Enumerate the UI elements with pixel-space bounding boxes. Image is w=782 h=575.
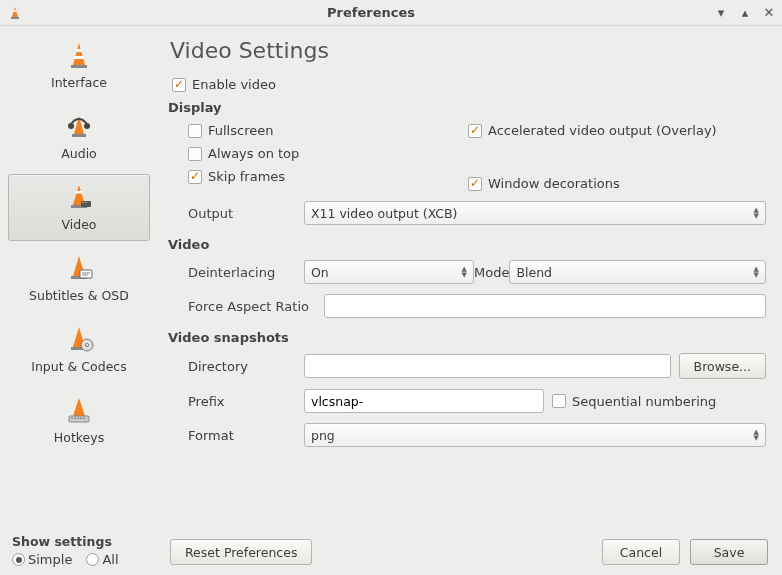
chevron-updown-icon: ▲▼ — [754, 266, 759, 278]
minimize-icon[interactable]: ▾ — [714, 5, 728, 20]
svg-rect-5 — [76, 49, 82, 52]
sidebar-item-video[interactable]: Video — [8, 174, 150, 241]
always-on-top-checkbox[interactable] — [188, 147, 202, 161]
sidebar-label: Video — [61, 217, 96, 232]
svg-marker-26 — [73, 398, 85, 416]
sidebar-item-hotkeys[interactable]: Hotkeys — [8, 387, 150, 454]
all-label: All — [102, 552, 118, 567]
mode-value: Blend — [516, 265, 552, 280]
force-ar-label: Force Aspect Ratio — [168, 299, 324, 314]
svg-point-9 — [68, 123, 74, 129]
sidebar-label: Interface — [51, 75, 107, 90]
directory-label: Directory — [168, 359, 304, 374]
close-icon[interactable]: ✕ — [762, 5, 776, 20]
prefix-label: Prefix — [168, 394, 304, 409]
cone-icon — [63, 39, 95, 71]
sidebar-item-audio[interactable]: Audio — [8, 103, 150, 170]
browse-button[interactable]: Browse... — [679, 353, 766, 379]
svg-rect-8 — [72, 134, 86, 137]
svg-rect-13 — [76, 191, 82, 194]
svg-rect-6 — [75, 56, 84, 59]
svg-point-10 — [84, 123, 90, 129]
accel-output-checkbox[interactable] — [468, 124, 482, 138]
enable-video-label: Enable video — [192, 77, 276, 92]
display-section-title: Display — [168, 100, 766, 115]
deinterlacing-label: Deinterlacing — [168, 265, 304, 280]
directory-input[interactable] — [304, 354, 671, 378]
output-label: Output — [168, 206, 304, 221]
radio-icon — [12, 553, 25, 566]
simple-label: Simple — [28, 552, 72, 567]
always-on-top-label: Always on top — [208, 146, 299, 161]
deinterlacing-value: On — [311, 265, 329, 280]
reset-preferences-button[interactable]: Reset Preferences — [170, 539, 312, 565]
svg-rect-31 — [80, 418, 82, 420]
disc-cone-icon — [63, 323, 95, 355]
titlebar: Preferences ▾ ▴ ✕ — [0, 0, 782, 26]
fullscreen-label: Fullscreen — [208, 123, 273, 138]
accel-output-label: Accelerated video output (Overlay) — [488, 123, 717, 138]
window-title: Preferences — [28, 5, 714, 20]
sidebar-item-input-codecs[interactable]: Input & Codecs — [8, 316, 150, 383]
prefix-input[interactable] — [304, 389, 544, 413]
page-title: Video Settings — [170, 38, 766, 63]
chevron-updown-icon: ▲▼ — [754, 429, 759, 441]
film-cone-icon — [63, 181, 95, 213]
format-select[interactable]: png ▲▼ — [304, 423, 766, 447]
sequential-numbering-label: Sequential numbering — [572, 394, 716, 409]
force-ar-input[interactable] — [324, 294, 766, 318]
sidebar-label: Audio — [61, 146, 97, 161]
show-settings-simple-radio[interactable]: Simple — [12, 552, 72, 567]
mode-label: Mode — [474, 265, 509, 280]
mode-select[interactable]: Blend ▲▼ — [509, 260, 766, 284]
window-decorations-label: Window decorations — [488, 176, 620, 191]
save-button[interactable]: Save — [690, 539, 768, 565]
window-decorations-checkbox[interactable] — [468, 177, 482, 191]
format-label: Format — [168, 428, 304, 443]
fullscreen-checkbox[interactable] — [188, 124, 202, 138]
sidebar-item-subtitles-osd[interactable]: Subtitles & OSD — [8, 245, 150, 312]
svg-rect-1 — [11, 17, 19, 19]
cancel-button[interactable]: Cancel — [602, 539, 680, 565]
svg-rect-32 — [83, 418, 85, 420]
svg-rect-29 — [74, 418, 76, 420]
snapshots-section-title: Video snapshots — [168, 330, 766, 345]
sidebar-label: Input & Codecs — [31, 359, 126, 374]
svg-rect-16 — [85, 202, 87, 203]
svg-marker-0 — [12, 7, 18, 17]
svg-rect-28 — [71, 418, 73, 420]
output-value: X11 video output (XCB) — [311, 206, 457, 221]
main-panel: Video Settings Enable video Display Full… — [158, 26, 782, 534]
svg-rect-30 — [77, 418, 79, 420]
category-sidebar: Interface Audio Video Subtitles & OSD In… — [0, 26, 158, 534]
sequential-numbering-checkbox[interactable] — [552, 394, 566, 408]
sidebar-label: Subtitles & OSD — [29, 288, 129, 303]
show-settings-title: Show settings — [12, 534, 158, 549]
svg-rect-15 — [82, 202, 84, 203]
svg-rect-4 — [71, 65, 87, 68]
subtitles-cone-icon — [63, 252, 95, 284]
chevron-updown-icon: ▲▼ — [754, 207, 759, 219]
window-controls: ▾ ▴ ✕ — [714, 5, 776, 20]
maximize-icon[interactable]: ▴ — [738, 5, 752, 20]
app-icon — [6, 6, 24, 20]
svg-rect-14 — [81, 201, 91, 207]
svg-marker-3 — [73, 43, 85, 65]
sidebar-label: Hotkeys — [54, 430, 104, 445]
show-settings-all-radio[interactable]: All — [86, 552, 118, 567]
headphones-cone-icon — [63, 110, 95, 142]
svg-rect-2 — [14, 10, 17, 12]
output-select[interactable]: X11 video output (XCB) ▲▼ — [304, 201, 766, 225]
svg-point-25 — [86, 344, 89, 347]
keyboard-cone-icon — [63, 394, 95, 426]
skip-frames-checkbox[interactable] — [188, 170, 202, 184]
radio-icon — [86, 553, 99, 566]
skip-frames-label: Skip frames — [208, 169, 285, 184]
sidebar-item-interface[interactable]: Interface — [8, 32, 150, 99]
format-value: png — [311, 428, 335, 443]
chevron-updown-icon: ▲▼ — [462, 266, 467, 278]
deinterlacing-select[interactable]: On ▲▼ — [304, 260, 474, 284]
video-section-title: Video — [168, 237, 766, 252]
svg-rect-19 — [80, 270, 92, 278]
enable-video-checkbox[interactable] — [172, 78, 186, 92]
